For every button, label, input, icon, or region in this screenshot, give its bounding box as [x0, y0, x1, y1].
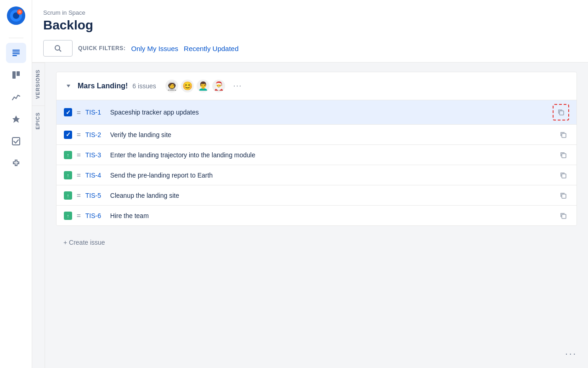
copy-button-2[interactable]: [557, 129, 569, 141]
priority-icon-3: =: [77, 151, 81, 159]
app-logo[interactable]: [6, 6, 26, 26]
filter-recently-updated[interactable]: Recently Updated: [184, 45, 238, 52]
create-issue-button[interactable]: + Create issue: [56, 233, 577, 252]
issue-summary-4: Send the pre-landing report to Earth: [110, 172, 553, 179]
svg-rect-19: [562, 194, 566, 198]
search-box[interactable]: [43, 40, 73, 57]
sprint-count: 6 issues: [132, 82, 156, 90]
avatar-1: 🧑‍🚀: [164, 79, 179, 93]
issue-summary-6: Hire the team: [110, 212, 553, 219]
svg-point-12: [55, 46, 60, 50]
svg-rect-7: [12, 53, 20, 54]
sidebar-item-backlog[interactable]: [6, 43, 26, 63]
table-row[interactable]: ✓ = TIS-2 Verify the landing site: [57, 124, 577, 144]
issue-summary-5: Cleanup the landing site: [110, 192, 553, 199]
priority-icon-4: =: [77, 171, 81, 179]
sidebar-item-board[interactable]: [6, 65, 26, 85]
quick-filters-label: QUICK FILTERS:: [78, 45, 126, 52]
avatar-2: 😊: [180, 79, 195, 93]
page-header: Scrum in Space Backlog QUICK FILTERS: On…: [32, 0, 588, 63]
svg-rect-18: [562, 174, 566, 178]
sidebar-divider: [9, 38, 23, 38]
copy-button-6[interactable]: [557, 210, 569, 222]
sprint-name: Mars Landing!: [78, 82, 128, 90]
issue-key-4[interactable]: TIS-4: [85, 172, 106, 179]
table-row[interactable]: ↑ = TIS-3 Enter the landing trajectory i…: [57, 144, 577, 165]
page-title: Backlog: [43, 18, 577, 33]
issue-key-1[interactable]: TIS-1: [85, 109, 106, 116]
issue-summary-2: Verify the landing site: [110, 131, 553, 138]
svg-rect-17: [562, 154, 566, 158]
priority-icon-5: =: [77, 191, 81, 199]
bottom-more-options[interactable]: ···: [565, 348, 577, 359]
svg-marker-14: [67, 85, 70, 87]
issue-type-icon-5: ↑: [64, 191, 72, 200]
issue-summary-1: Spaceship tracker app updates: [110, 109, 548, 116]
avatar-3: 👨‍🦱: [196, 79, 210, 93]
issue-key-3[interactable]: TIS-3: [85, 151, 106, 159]
priority-icon-2: =: [77, 131, 81, 138]
svg-line-13: [59, 50, 61, 52]
sprint-header: Mars Landing! 6 issues 🧑‍🚀 😊 👨‍🦱 🎅 ···: [57, 72, 577, 100]
copy-button-1[interactable]: [553, 104, 569, 121]
svg-rect-15: [560, 111, 564, 115]
project-name: Scrum in Space: [43, 9, 577, 16]
sidebar-item-extensions[interactable]: [6, 153, 26, 173]
sidebar-item-reports[interactable]: [6, 87, 26, 107]
issue-key-6[interactable]: TIS-6: [85, 212, 106, 219]
avatar-4: 🎅: [211, 79, 226, 93]
issue-key-5[interactable]: TIS-5: [85, 192, 106, 199]
issue-type-icon-6: ↑: [64, 212, 72, 220]
copy-button-5[interactable]: [557, 190, 569, 201]
table-row[interactable]: ↑ = TIS-5 Cleanup the landing site: [57, 185, 577, 205]
sprint-section: Mars Landing! 6 issues 🧑‍🚀 😊 👨‍🦱 🎅 ··· ✓: [56, 72, 577, 226]
svg-rect-9: [12, 71, 16, 79]
svg-rect-8: [12, 55, 17, 56]
issue-type-icon-3: ↑: [64, 151, 72, 159]
table-row[interactable]: ✓ = TIS-1 Spaceship tracker app updates: [57, 100, 577, 124]
table-row[interactable]: ↑ = TIS-4 Send the pre-landing report to…: [57, 165, 577, 185]
side-tabs: VERSIONS EPICS: [32, 63, 45, 368]
issue-type-icon-2: ✓: [64, 131, 72, 139]
svg-rect-16: [562, 133, 566, 138]
issue-key-2[interactable]: TIS-2: [85, 131, 106, 138]
svg-point-4: [18, 11, 21, 13]
priority-icon-1: =: [77, 109, 81, 116]
svg-rect-5: [12, 50, 20, 51]
sprint-more-button[interactable]: ···: [233, 82, 242, 90]
filter-bar: QUICK FILTERS: Only My Issues Recently U…: [43, 40, 577, 57]
main-content: Scrum in Space Backlog QUICK FILTERS: On…: [32, 0, 588, 368]
backlog-content: Mars Landing! 6 issues 🧑‍🚀 😊 👨‍🦱 🎅 ··· ✓: [45, 63, 588, 368]
sidebar: [0, 0, 32, 368]
sidebar-item-checklist[interactable]: [6, 131, 26, 151]
svg-rect-10: [17, 71, 20, 76]
content-wrapper: VERSIONS EPICS Mars Landing! 6 issues: [32, 63, 588, 368]
copy-button-4[interactable]: [557, 169, 569, 181]
filter-only-my-issues[interactable]: Only My Issues: [131, 45, 179, 52]
tab-versions[interactable]: VERSIONS: [32, 63, 45, 105]
table-row[interactable]: ↑ = TIS-6 Hire the team: [57, 205, 577, 225]
priority-icon-6: =: [77, 212, 81, 219]
issue-type-icon-1: ✓: [64, 108, 72, 116]
issue-type-icon-4: ↑: [64, 171, 72, 179]
avatar-group: 🧑‍🚀 😊 👨‍🦱 🎅: [164, 79, 226, 93]
issue-summary-3: Enter the landing trajectory into the la…: [110, 151, 553, 159]
svg-rect-20: [562, 214, 566, 218]
svg-rect-6: [12, 52, 20, 52]
sprint-toggle[interactable]: [64, 81, 73, 91]
tab-epics[interactable]: EPICS: [32, 105, 45, 136]
copy-button-3[interactable]: [557, 149, 569, 161]
sidebar-item-releases[interactable]: [6, 109, 26, 129]
